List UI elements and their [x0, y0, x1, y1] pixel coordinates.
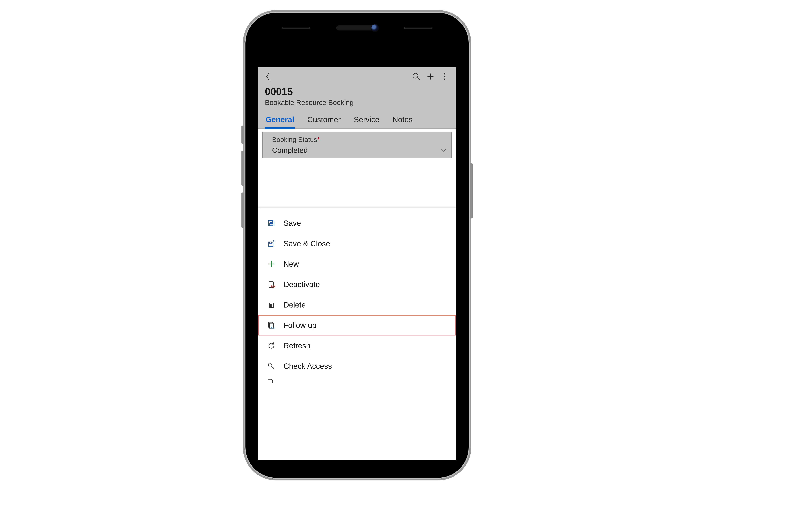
- header-toolbar: [258, 67, 456, 86]
- plus-icon: [426, 72, 435, 81]
- plus-icon: [267, 259, 276, 269]
- phone-side-button: [242, 192, 245, 228]
- command-menu-sheet: Save Save & Close: [258, 208, 456, 460]
- phone-device-frame: 00015 Bookable Resource Booking General …: [243, 10, 471, 480]
- key-icon: [267, 361, 276, 371]
- add-button[interactable]: [424, 70, 437, 83]
- tab-customer[interactable]: Customer: [307, 113, 341, 129]
- field-label-text: Booking Status: [272, 136, 317, 143]
- follow-up-icon: [267, 321, 276, 330]
- booking-status-label: Booking Status*: [272, 136, 447, 144]
- menu-item-label: New: [284, 260, 448, 268]
- app-header: 00015 Bookable Resource Booking General …: [258, 67, 456, 129]
- booking-status-field[interactable]: Booking Status* Completed: [262, 132, 452, 158]
- booking-status-value: Completed: [272, 146, 308, 154]
- tab-service[interactable]: Service: [353, 113, 380, 129]
- tab-bar: General Customer Service Notes: [258, 111, 456, 129]
- svg-point-6: [444, 78, 445, 80]
- more-vertical-icon: [443, 72, 446, 81]
- svg-rect-8: [270, 224, 273, 226]
- svg-point-0: [413, 73, 418, 78]
- page-title-block: 00015: [258, 86, 456, 98]
- tab-general[interactable]: General: [265, 113, 295, 129]
- menu-check-access[interactable]: Check Access: [258, 356, 456, 376]
- search-icon: [412, 72, 421, 81]
- svg-point-5: [444, 76, 445, 77]
- phone-front-camera: [372, 24, 378, 32]
- chevron-left-icon: [265, 72, 271, 81]
- tab-notes[interactable]: Notes: [392, 113, 413, 129]
- phone-speaker-slot: [282, 27, 310, 29]
- svg-line-25: [273, 367, 274, 367]
- phone-side-button: [242, 126, 245, 144]
- menu-delete[interactable]: Delete: [258, 294, 456, 315]
- svg-point-4: [444, 73, 445, 75]
- menu-item-label: Check Access: [284, 362, 448, 370]
- menu-follow-up[interactable]: Follow up: [258, 315, 456, 336]
- menu-item-label: Save: [284, 218, 448, 228]
- svg-rect-10: [270, 242, 272, 243]
- page-title: 00015: [265, 86, 449, 97]
- chevron-down-icon: [440, 148, 447, 153]
- menu-save-close[interactable]: Save & Close: [258, 233, 456, 254]
- menu-save[interactable]: Save: [258, 213, 456, 233]
- menu-item-label: Save & Close: [284, 239, 448, 248]
- document-icon: [266, 378, 275, 383]
- more-button[interactable]: [438, 70, 451, 83]
- save-icon: [267, 218, 276, 228]
- deactivate-icon: [267, 280, 276, 289]
- phone-speaker-slot: [404, 27, 433, 29]
- menu-item-label: Deactivate: [284, 280, 448, 289]
- app-screen: 00015 Bookable Resource Booking General …: [258, 67, 456, 460]
- svg-rect-7: [270, 221, 272, 223]
- phone-side-button: [470, 163, 473, 218]
- menu-deactivate[interactable]: Deactivate: [258, 274, 456, 294]
- menu-item-label: Refresh: [284, 341, 448, 350]
- delete-icon: [267, 300, 276, 309]
- search-button[interactable]: [410, 70, 422, 83]
- save-close-icon: [267, 239, 276, 248]
- phone-bezel: 00015 Bookable Resource Booking General …: [246, 14, 468, 477]
- refresh-icon: [267, 341, 276, 350]
- phone-side-button: [242, 151, 245, 186]
- menu-refresh[interactable]: Refresh: [258, 336, 456, 356]
- menu-new[interactable]: New: [258, 254, 456, 274]
- menu-item-cutoff[interactable]: [258, 376, 456, 383]
- page-subtitle: Bookable Resource Booking: [258, 98, 456, 111]
- svg-line-1: [417, 78, 419, 80]
- menu-item-label: Delete: [284, 300, 448, 309]
- menu-item-label: Follow up: [284, 321, 448, 330]
- back-button[interactable]: [263, 72, 273, 81]
- required-asterisk: *: [317, 136, 320, 143]
